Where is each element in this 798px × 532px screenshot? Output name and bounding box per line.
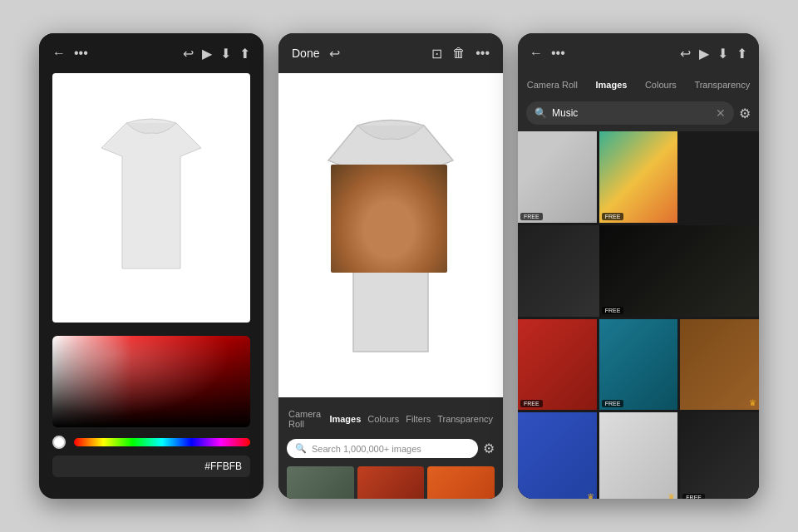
hue-slider-row [52,436,250,449]
play-icon[interactable]: ▶ [202,46,212,62]
photo-cd[interactable]: ♛ [518,412,597,499]
photo-headphones[interactable]: FREE [518,131,597,223]
photo-guitar2[interactable]: ♛ [680,319,759,411]
topbar-2: Done ↩ ⊡ 🗑 ••• [278,33,503,73]
topbar-3-left: ← ••• [530,46,565,61]
free-badge-guitars: FREE [602,213,624,220]
topbar-3: ← ••• ↩ ▶ ⬇ ⬆ [518,33,759,73]
photo-headphones2[interactable]: FREE [680,412,759,499]
download-icon[interactable]: ⬇ [220,46,231,62]
bottom-panel-2: Camera Roll Images Colours Filters Trans… [278,397,503,499]
search-icon-3: 🔍 [534,107,547,119]
crown-icon-guitar2: ♛ [749,398,756,407]
thumb-3[interactable]: FREE [427,466,495,499]
cat-face [331,165,447,273]
share-icon-3[interactable]: ⬆ [736,46,747,62]
more-icon-3[interactable]: ••• [551,46,565,61]
photo-vinyl[interactable]: FREE [599,319,678,411]
photo-hand[interactable]: FREE [599,225,759,317]
tab-camera-roll-2[interactable]: Camera Roll [285,407,326,431]
share-icon[interactable]: ⬆ [239,46,250,62]
free-badge-headphones: FREE [520,213,543,220]
phone-screen-2: Done ↩ ⊡ 🗑 ••• Camera Roll [278,33,503,499]
hex-display: #FFBFB [52,456,250,477]
screens-container: ← ••• ↩ ▶ ⬇ ⬆ #FFBFB [39,33,759,499]
done-button[interactable]: Done [292,47,319,60]
search-placeholder-2: Search 1,000,000+ images [312,444,421,454]
topbar-left-icons: ← ••• [52,46,88,61]
search-row-3: 🔍 Music ✕ ⚙ [518,96,759,131]
photo-grid: FREE FREE FREE FREE FREE ♛ ♛ [518,131,759,499]
filter-icon-3[interactable]: ⚙ [739,106,751,121]
tab-transparency-3[interactable]: Transparency [691,78,753,91]
topbar-2-right: ⊡ 🗑 ••• [431,46,490,62]
photo-woman[interactable]: FREE [518,319,597,411]
topbar-right-icons: ↩ ▶ ⬇ ⬆ [183,46,250,62]
crop-icon[interactable]: ⊡ [431,46,442,62]
play-icon-3[interactable]: ▶ [699,46,709,62]
topbar-1: ← ••• ↩ ▶ ⬇ ⬆ [39,33,264,73]
photo-piano[interactable]: ♛ [599,412,678,499]
more-icon-2[interactable]: ••• [475,46,490,61]
search-row-2: 🔍 Search 1,000,000+ images ⚙ [278,434,503,463]
search-box-2[interactable]: 🔍 Search 1,000,000+ images [287,439,478,458]
crown-icon-cd: ♛ [587,492,594,499]
photo-guitars[interactable]: FREE [599,131,678,223]
topbar-2-left: Done ↩ [292,46,340,62]
hue-slider[interactable] [74,438,250,446]
undo-icon-3[interactable]: ↩ [680,46,691,62]
tshirt-with-image [308,111,474,360]
tab-images-2[interactable]: Images [326,412,364,426]
tab-transparency-2[interactable]: Transparency [434,412,496,426]
tshirt-canvas-2 [278,73,503,397]
hue-indicator[interactable] [52,436,66,449]
crown-icon-piano: ♛ [667,492,675,499]
free-badge-vinyl: FREE [602,400,624,407]
tab-colours-3[interactable]: Colours [642,78,680,91]
back-icon-3[interactable]: ← [530,46,543,61]
thumb-2[interactable]: FREE [357,466,425,499]
cat-image[interactable] [331,165,447,273]
search-box-3[interactable]: 🔍 Music ✕ [526,101,734,125]
tab-row-2: Camera Roll Images Colours Filters Trans… [278,404,503,434]
tab-images-3[interactable]: Images [592,78,630,91]
more-icon[interactable]: ••• [74,46,88,61]
tab-row-3: Camera Roll Images Colours Transparency [518,73,759,96]
phone-screen-3: ← ••• ↩ ▶ ⬇ ⬆ Camera Roll Images Colours… [518,33,759,499]
search-value-3: Music [552,107,578,119]
search-clear-icon[interactable]: ✕ [716,106,726,120]
free-badge-headphones2: FREE [682,494,705,499]
search-icon-2: 🔍 [295,443,307,454]
tshirt-svg [85,115,218,281]
download-icon-3[interactable]: ⬇ [717,46,728,62]
canvas-area-1 [52,73,250,323]
color-picker[interactable]: #FFBFB [39,326,264,487]
delete-icon[interactable]: 🗑 [452,46,466,61]
filter-icon-2[interactable]: ⚙ [483,441,495,456]
free-badge-hand: FREE [602,307,624,314]
topbar-3-right: ↩ ▶ ⬇ ⬆ [680,46,747,62]
tab-colours-2[interactable]: Colours [364,412,402,426]
thumb-1[interactable]: FREE [287,466,354,499]
undo-icon-2[interactable]: ↩ [329,46,340,62]
undo-icon[interactable]: ↩ [183,46,194,62]
phone-screen-1: ← ••• ↩ ▶ ⬇ ⬆ #FFBFB [39,33,264,499]
free-badge-woman: FREE [520,400,543,407]
back-icon[interactable]: ← [52,46,66,61]
image-grid-2: FREE FREE FREE [278,463,503,499]
tab-camera-roll-3[interactable]: Camera Roll [524,78,581,91]
tab-filters-2[interactable]: Filters [402,412,434,426]
color-gradient[interactable] [52,336,250,427]
